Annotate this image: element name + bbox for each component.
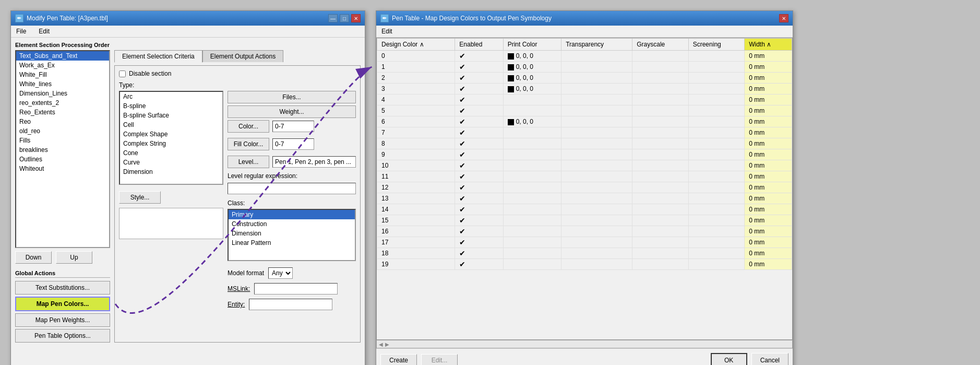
section-list-item[interactable]: White_Fill [16, 70, 109, 79]
color-button[interactable]: Color... [228, 120, 269, 133]
color-row: Color... [228, 120, 356, 133]
section-list-item[interactable]: reo_extents_2 [16, 98, 109, 108]
type-list-item[interactable]: Complex Shape [120, 129, 222, 139]
table-row[interactable]: 2✔0, 0, 00 mm [377, 73, 792, 84]
style-button[interactable]: Style... [119, 191, 161, 204]
section-list-item[interactable]: Reo_Extents [16, 108, 109, 117]
section-list-item[interactable]: Text_Subs_and_Text [16, 51, 109, 61]
grayscale-cell [632, 237, 688, 248]
table-row[interactable]: 7✔0 mm [377, 127, 792, 138]
color-input[interactable] [272, 121, 314, 132]
table-row[interactable]: 13✔0 mm [377, 193, 792, 204]
edit-button[interactable]: Edit... [421, 354, 458, 365]
class-list-item[interactable]: Construction [229, 219, 355, 229]
table-row[interactable]: 12✔0 mm [377, 182, 792, 193]
mslink-input[interactable] [254, 283, 338, 295]
section-list-item[interactable]: breaklines [16, 145, 109, 155]
type-list-item[interactable]: B-spline Surface [120, 111, 222, 120]
transparency-cell [561, 160, 632, 171]
level-button[interactable]: Level... [228, 156, 269, 168]
files-button[interactable]: Files... [228, 91, 356, 103]
global-button-1[interactable]: Map Pen Colors... [15, 297, 110, 311]
type-list-item[interactable]: Dimension [120, 167, 222, 176]
level-value[interactable] [272, 156, 356, 168]
ok-button[interactable]: OK [711, 353, 747, 365]
section-list-item[interactable]: Reo [16, 117, 109, 126]
table-row[interactable]: 5✔0 mm [377, 105, 792, 116]
edit-menu[interactable]: Edit [37, 27, 52, 36]
type-list-item[interactable]: Cone [120, 148, 222, 158]
table-container[interactable]: Design Color ∧EnabledPrint ColorTranspar… [376, 38, 793, 340]
table-row[interactable]: 18✔0 mm [377, 248, 792, 259]
global-button-3[interactable]: Pen Table Options... [15, 329, 110, 343]
type-list-item[interactable]: Curve [120, 158, 222, 167]
transparency-cell [561, 149, 632, 160]
table-row[interactable]: 6✔0, 0, 00 mm [377, 116, 792, 127]
table-header-width[interactable]: Width ∧ [745, 39, 792, 51]
type-label: Type: [119, 81, 356, 89]
table-row[interactable]: 10✔0 mm [377, 160, 792, 171]
disable-section-label: Disable section [129, 70, 171, 77]
file-menu[interactable]: File [14, 27, 28, 36]
table-row[interactable]: 19✔0 mm [377, 259, 792, 270]
table-row[interactable]: 3✔0, 0, 00 mm [377, 84, 792, 95]
table-row[interactable]: 8✔0 mm [377, 138, 792, 149]
horizontal-scrollbar[interactable]: ◀ ▶ [376, 340, 793, 348]
create-button[interactable]: Create [380, 354, 417, 365]
disable-section-checkbox[interactable] [119, 70, 126, 77]
class-list-item[interactable]: Primary [229, 210, 355, 219]
level-re-input[interactable] [228, 183, 356, 194]
design-color-cell: 2 [377, 73, 455, 84]
table-row[interactable]: 0✔0, 0, 00 mm [377, 51, 792, 62]
maximize-button[interactable]: □ [340, 14, 349, 22]
right-title-left: ✏ Pen Table - Map Design Colors to Outpu… [380, 14, 552, 22]
level-re-label: Level regular expression: [228, 172, 356, 180]
section-list-item[interactable]: Work_as_Ex [16, 61, 109, 70]
right-close-button[interactable]: ✕ [779, 14, 788, 22]
section-list-item[interactable]: Whiteout [16, 164, 109, 173]
table-row[interactable]: 14✔0 mm [377, 204, 792, 215]
table-row[interactable]: 1✔0, 0, 00 mm [377, 62, 792, 73]
section-list-item[interactable]: Dimension_Lines [16, 89, 109, 98]
table-row[interactable]: 4✔0 mm [377, 95, 792, 105]
table-row[interactable]: 16✔0 mm [377, 226, 792, 237]
tab-0[interactable]: Element Selection Criteria [114, 50, 202, 63]
fill-color-input[interactable] [272, 138, 314, 150]
fill-color-button[interactable]: Fill Color... [228, 138, 269, 150]
section-list-item[interactable]: Outlines [16, 155, 109, 164]
entity-input[interactable] [249, 299, 332, 310]
type-list-item[interactable]: Cell [120, 120, 222, 129]
table-row[interactable]: 11✔0 mm [377, 171, 792, 182]
model-format-select[interactable]: Any [268, 267, 293, 279]
section-list-item[interactable]: White_lines [16, 79, 109, 89]
table-row[interactable]: 17✔0 mm [377, 237, 792, 248]
global-button-2[interactable]: Map Pen Weights... [15, 313, 110, 327]
table-row[interactable]: 9✔0 mm [377, 149, 792, 160]
section-list-item[interactable]: old_reo [16, 126, 109, 136]
section-list[interactable]: Text_Subs_and_TextWork_as_ExWhite_FillWh… [15, 50, 110, 248]
type-list-item[interactable]: B-spline [120, 101, 222, 111]
section-list-item[interactable]: Fills [16, 136, 109, 145]
tab-1[interactable]: Element Output Actions [202, 50, 283, 62]
class-list[interactable]: PrimaryConstructionDimensionLinear Patte… [228, 209, 356, 261]
design-color-cell: 9 [377, 149, 455, 160]
print-color-cell: 0, 0, 0 [503, 62, 561, 73]
global-button-0[interactable]: Text Substitutions... [15, 281, 110, 295]
screening-cell [688, 138, 744, 149]
type-list-item[interactable]: Arc [120, 92, 222, 101]
weight-button[interactable]: Weight... [228, 105, 356, 118]
down-button[interactable]: Down [15, 251, 52, 264]
up-down-row: Down Up [15, 251, 110, 264]
table-header-design-color[interactable]: Design Color ∧ [377, 39, 455, 51]
disable-section-row: Disable section [119, 70, 356, 77]
class-list-item[interactable]: Linear Pattern [229, 238, 355, 248]
cancel-button[interactable]: Cancel [751, 353, 788, 365]
up-button[interactable]: Up [56, 251, 92, 264]
type-list[interactable]: ArcB-splineB-spline SurfaceCellComplex S… [119, 91, 223, 185]
minimize-button[interactable]: — [328, 14, 338, 22]
class-list-item[interactable]: Dimension [229, 229, 355, 238]
close-button[interactable]: ✕ [351, 14, 361, 22]
table-row[interactable]: 15✔0 mm [377, 215, 792, 226]
right-edit-menu[interactable]: Edit [379, 27, 395, 36]
type-list-item[interactable]: Complex String [120, 139, 222, 148]
